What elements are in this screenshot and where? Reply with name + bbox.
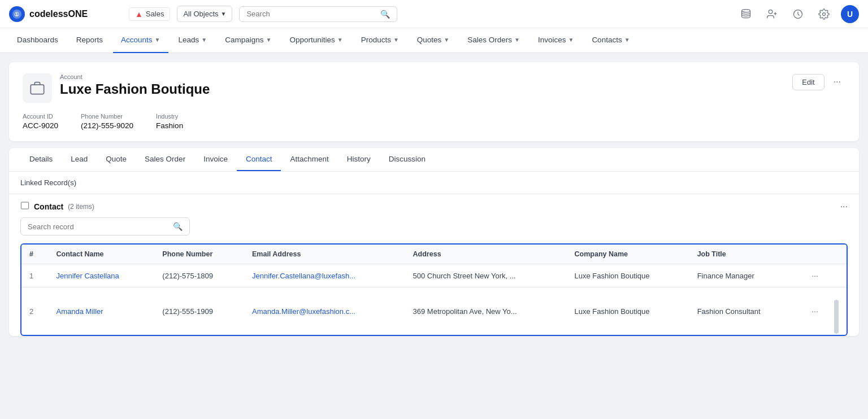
col-email: Email Address	[244, 245, 405, 264]
chevron-down-icon: ▼	[221, 11, 227, 17]
table-header-row: # Contact Name Phone Number Email Addres…	[21, 245, 847, 264]
table-row: 2 Amanda Miller (212)-555-1909 Amanda.Mi…	[21, 287, 847, 335]
row1-num: 1	[21, 264, 49, 287]
row2-contact-link[interactable]: Amanda Miller	[57, 307, 103, 316]
more-options-button[interactable]: ···	[829, 73, 845, 90]
search-icon: 🔍	[380, 10, 390, 19]
account-header: Account Luxe Fashion Boutique Edit ···	[23, 73, 845, 103]
contact-section-icon	[20, 201, 29, 212]
nav-quotes[interactable]: Quotes ▼	[409, 28, 457, 53]
tab-sales-order[interactable]: Sales Order	[136, 148, 194, 171]
tabs-row: Details Lead Quote Sales Order Invoice C…	[9, 148, 859, 172]
edit-button[interactable]: Edit	[792, 74, 824, 90]
nav-sales-orders[interactable]: Sales Orders ▼	[459, 28, 528, 53]
settings-icon[interactable]	[815, 5, 833, 23]
all-objects-button[interactable]: All Objects ▼	[177, 6, 232, 22]
account-industry-label: Industry	[156, 113, 183, 120]
svg-rect-5	[31, 85, 44, 94]
nav-products[interactable]: Products ▼	[353, 28, 407, 53]
account-fields: Account ID ACC-9020 Phone Number (212)-5…	[23, 113, 845, 130]
tab-quote[interactable]: Quote	[97, 148, 136, 171]
leads-chevron-icon: ▼	[201, 37, 207, 43]
svg-point-2	[742, 9, 750, 12]
row1-contact-name[interactable]: Jennifer Castellana	[49, 264, 155, 287]
account-type-label: Account	[60, 73, 210, 80]
nav-campaigns[interactable]: Campaigns ▼	[217, 28, 279, 53]
account-phone-field: Phone Number (212)-555-9020	[81, 113, 133, 130]
nav-reports[interactable]: Reports	[68, 28, 111, 53]
svg-point-4	[823, 12, 826, 15]
search-record-input-wrap[interactable]: 🔍	[20, 217, 190, 235]
col-phone: Phone Number	[154, 245, 244, 264]
tab-history[interactable]: History	[338, 148, 380, 171]
detail-card: Details Lead Quote Sales Order Invoice C…	[9, 148, 859, 336]
sales-icon: ▲	[135, 10, 143, 19]
logo-icon: ①	[9, 6, 25, 22]
app-name: Sales	[146, 10, 164, 18]
top-navigation: ① codelessONE ▲ Sales All Objects ▼ 🔍 U	[0, 0, 868, 28]
row1-email[interactable]: Jennifer.Castellana@luxefash...	[244, 264, 405, 287]
row2-contact-name[interactable]: Amanda Miller	[49, 287, 155, 335]
logo-area: ① codelessONE	[9, 6, 122, 22]
accounts-chevron-icon: ▼	[155, 37, 160, 43]
global-search-bar[interactable]: 🔍	[239, 6, 397, 22]
contact-section-more-button[interactable]: ···	[840, 202, 848, 212]
database-icon[interactable]	[737, 5, 755, 23]
col-address: Address	[405, 245, 567, 264]
nav-leads[interactable]: Leads ▼	[171, 28, 215, 53]
table-row: 1 Jennifer Castellana (212)-575-1809 Jen…	[21, 264, 847, 287]
row2-company: Luxe Fashion Boutique	[567, 287, 689, 335]
products-chevron-icon: ▼	[393, 37, 399, 43]
row1-scrollbar-cell	[826, 264, 847, 287]
row2-job-title: Fashion Consultant	[689, 287, 796, 335]
row2-email-link[interactable]: Amanda.Miller@luxefashion.c...	[252, 307, 355, 316]
table-scrollbar[interactable]	[834, 300, 839, 334]
search-record-icon: 🔍	[173, 222, 183, 231]
nav-accounts[interactable]: Accounts ▼	[113, 28, 168, 53]
account-actions: Edit ···	[792, 73, 845, 90]
app-badge[interactable]: ▲ Sales	[129, 7, 170, 21]
account-name: Luxe Fashion Boutique	[60, 81, 210, 97]
contact-section: Contact (2 items) ··· 🔍 # Contact Name	[9, 194, 859, 336]
tab-discussion[interactable]: Discussion	[380, 148, 435, 171]
contact-table-wrap: # Contact Name Phone Number Email Addres…	[20, 243, 848, 336]
svg-rect-7	[21, 202, 28, 209]
account-icon	[23, 73, 52, 103]
tab-invoice[interactable]: Invoice	[194, 148, 237, 171]
row2-phone: (212)-555-1909	[154, 287, 244, 335]
sales-orders-chevron-icon: ▼	[514, 37, 520, 43]
account-industry-value: Fashion	[156, 121, 183, 130]
account-industry-field: Industry Fashion	[156, 113, 183, 130]
row1-email-link[interactable]: Jennifer.Castellana@luxefash...	[252, 272, 355, 280]
tab-details[interactable]: Details	[20, 148, 62, 171]
account-phone-label: Phone Number	[81, 113, 133, 120]
main-content: Account Luxe Fashion Boutique Edit ··· A…	[0, 53, 868, 354]
row2-address: 369 Metropolitan Ave, New Yo...	[405, 287, 567, 335]
campaigns-chevron-icon: ▼	[266, 37, 272, 43]
search-input[interactable]	[246, 10, 376, 18]
row1-phone: (212)-575-1809	[154, 264, 244, 287]
user-avatar[interactable]: U	[841, 5, 859, 23]
tab-contact[interactable]: Contact	[237, 148, 281, 171]
linked-records-label: Linked Record(s)	[9, 172, 859, 194]
row1-more-button[interactable]: ···	[796, 264, 826, 287]
tab-lead[interactable]: Lead	[62, 148, 97, 171]
row2-email[interactable]: Amanda.Miller@luxefashion.c...	[244, 287, 405, 335]
nav-opportunities[interactable]: Opportunities ▼	[281, 28, 350, 53]
account-info: Account Luxe Fashion Boutique	[60, 73, 210, 97]
nav-invoices[interactable]: Invoices ▼	[530, 28, 581, 53]
row2-more-button[interactable]: ···	[796, 287, 826, 335]
account-id-field: Account ID ACC-9020	[23, 113, 58, 130]
nav-dashboards[interactable]: Dashboards	[9, 28, 66, 53]
search-record-wrap: 🔍	[20, 212, 848, 241]
user-add-icon[interactable]	[763, 5, 781, 23]
col-scrollbar	[826, 245, 847, 264]
row1-company: Luxe Fashion Boutique	[567, 264, 689, 287]
row1-job-title: Finance Manager	[689, 264, 796, 287]
history-icon[interactable]	[789, 5, 807, 23]
search-record-input[interactable]	[28, 222, 168, 231]
row1-contact-link[interactable]: Jennifer Castellana	[57, 272, 119, 280]
tab-attachment[interactable]: Attachment	[281, 148, 337, 171]
nav-contacts[interactable]: Contacts ▼	[584, 28, 637, 53]
col-contact-name: Contact Name	[49, 245, 155, 264]
